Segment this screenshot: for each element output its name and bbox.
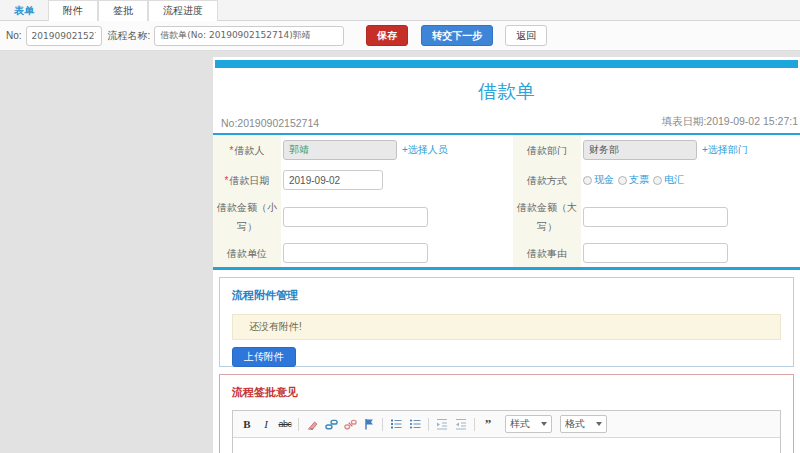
fill-date: 填表日期:2019-09-02 15:27:1	[661, 115, 798, 129]
tab-attachment[interactable]: 附件	[48, 0, 98, 21]
toolbar-separator	[428, 418, 429, 431]
remove-format-button[interactable]	[303, 416, 321, 432]
styles-dropdown-label: 样式	[510, 417, 530, 431]
radio-label-wire: 电汇	[664, 173, 684, 187]
eraser-icon	[306, 418, 318, 430]
toolbar-separator	[474, 418, 475, 431]
editor-content-area[interactable]	[233, 438, 780, 453]
radio-icon	[583, 176, 592, 185]
radio-icon	[653, 176, 662, 185]
tab-approval[interactable]: 签批	[98, 0, 148, 21]
link-icon	[325, 418, 338, 431]
borrower-field: +选择人员	[281, 135, 513, 165]
format-dropdown[interactable]: 格式	[560, 415, 607, 433]
form-meta-row: No:20190902152714 填表日期:2019-09-02 15:27:…	[213, 105, 800, 135]
loan-reason-input[interactable]	[583, 243, 728, 263]
toolbar-separator	[298, 418, 299, 431]
action-toolbar: No: 流程名称: 保存 转交下一步 返回	[0, 21, 800, 51]
amount-upper-label-text: 借款金额（大写）	[516, 198, 578, 236]
numbered-list-button[interactable]	[387, 416, 405, 432]
toolbar-separator	[382, 418, 383, 431]
page-title: 借款单	[213, 79, 800, 105]
flag-icon	[363, 418, 375, 430]
loan-unit-input[interactable]	[283, 243, 428, 263]
loan-form-grid: * 借款人 +选择人员 借款部门 +选择部门 * 借款日期 借款方式 现金	[213, 135, 800, 270]
amount-lower-label-text: 借款金额（小写）	[216, 198, 278, 236]
outdent-button[interactable]	[433, 416, 451, 432]
top-tab-bar: 表单 附件 签批 流程进度	[0, 0, 800, 21]
outdent-icon	[436, 418, 448, 430]
indent-button[interactable]	[452, 416, 470, 432]
borrower-input[interactable]	[283, 140, 397, 160]
no-attachment-message: 还没有附件!	[232, 314, 781, 340]
loan-date-label-text: 借款日期	[229, 171, 269, 190]
loan-method-label: 借款方式	[513, 165, 581, 195]
department-input[interactable]	[583, 140, 697, 160]
borrower-label-text: 借款人	[234, 141, 264, 160]
italic-button[interactable]: I	[257, 416, 275, 432]
no-label: No:	[6, 30, 22, 41]
department-label-text: 借款部门	[527, 141, 567, 160]
loan-date-field	[281, 165, 513, 195]
caret-down-icon	[596, 422, 602, 426]
doc-number: No:20190902152714	[221, 117, 319, 129]
select-department-link[interactable]: +选择部门	[702, 143, 748, 157]
radio-label-cheque: 支票	[629, 173, 649, 187]
caret-down-icon	[541, 422, 547, 426]
amount-lower-input[interactable]	[283, 207, 428, 227]
back-button[interactable]: 返回	[505, 25, 547, 46]
approval-section-title: 流程签批意见	[232, 385, 781, 400]
anchor-button[interactable]	[360, 416, 378, 432]
loan-date-input[interactable]	[283, 170, 383, 190]
bulleted-list-button[interactable]	[406, 416, 424, 432]
required-mark: *	[225, 171, 229, 190]
amount-upper-input[interactable]	[583, 207, 728, 227]
bold-button[interactable]: B	[238, 416, 256, 432]
department-field: +选择部门	[581, 135, 800, 165]
form-panel: 借款单 No:20190902152714 填表日期:2019-09-02 15…	[213, 57, 800, 453]
process-name-input[interactable]	[154, 26, 344, 46]
loan-reason-label-text: 借款事由	[527, 244, 567, 263]
loan-unit-label-text: 借款单位	[227, 244, 267, 263]
link-button[interactable]	[322, 416, 340, 432]
save-button[interactable]: 保存	[366, 25, 408, 46]
approval-section: 流程签批意见 B I abc	[219, 374, 794, 453]
format-dropdown-label: 格式	[565, 417, 585, 431]
bulleted-list-icon	[409, 418, 421, 430]
radio-label-cash: 现金	[594, 173, 614, 187]
amount-upper-field	[581, 195, 800, 239]
amount-upper-label: 借款金额（大写）	[513, 195, 581, 239]
amount-lower-label: 借款金额（小写）	[213, 195, 281, 239]
rich-text-editor: B I abc	[232, 410, 781, 453]
tab-progress[interactable]: 流程进度	[148, 0, 218, 21]
no-input[interactable]	[26, 26, 102, 46]
amount-lower-field	[281, 195, 513, 239]
loan-method-label-text: 借款方式	[527, 171, 567, 190]
attachment-section-title: 流程附件管理	[232, 288, 781, 303]
loan-reason-label: 借款事由	[513, 239, 581, 267]
loan-unit-field	[281, 239, 513, 267]
styles-dropdown[interactable]: 样式	[505, 415, 552, 433]
radio-option-wire[interactable]: 电汇	[653, 173, 684, 187]
borrower-label: * 借款人	[213, 135, 281, 165]
blockquote-button[interactable]: ”	[479, 416, 497, 432]
forward-next-step-button[interactable]: 转交下一步	[421, 25, 493, 46]
required-mark: *	[230, 141, 234, 160]
upload-attachment-button[interactable]: 上传附件	[232, 347, 296, 367]
radio-option-cash[interactable]: 现金	[583, 173, 614, 187]
loan-reason-field	[581, 239, 800, 267]
tab-form[interactable]: 表单	[0, 0, 48, 21]
editor-toolbar: B I abc	[233, 411, 780, 438]
process-name-label: 流程名称:	[108, 29, 151, 43]
loan-method-field: 现金 支票 电汇	[581, 165, 800, 195]
indent-icon	[455, 418, 467, 430]
radio-option-cheque[interactable]: 支票	[618, 173, 649, 187]
strikethrough-button[interactable]: abc	[276, 416, 294, 432]
radio-icon	[618, 176, 627, 185]
unlink-button[interactable]	[341, 416, 359, 432]
attachment-section: 流程附件管理 还没有附件! 上传附件	[219, 277, 794, 367]
loan-unit-label: 借款单位	[213, 239, 281, 267]
header-accent-bar	[215, 60, 798, 68]
loan-date-label: * 借款日期	[213, 165, 281, 195]
select-person-link[interactable]: +选择人员	[402, 143, 448, 157]
